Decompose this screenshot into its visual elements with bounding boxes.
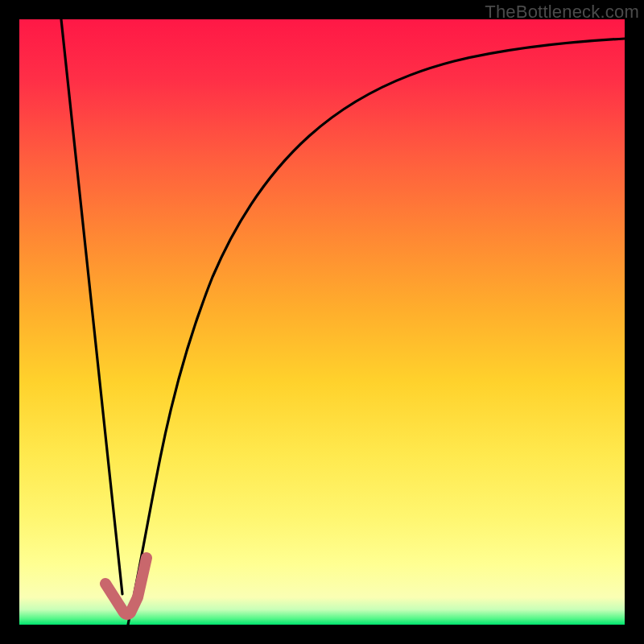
outer-frame: TheBottleneck.com	[0, 0, 644, 644]
tick-stroke	[105, 558, 147, 614]
watermark-text: TheBottleneck.com	[485, 2, 639, 23]
marker-dot	[101, 579, 110, 588]
marker-layer	[19, 19, 625, 625]
plot-area	[19, 19, 625, 625]
